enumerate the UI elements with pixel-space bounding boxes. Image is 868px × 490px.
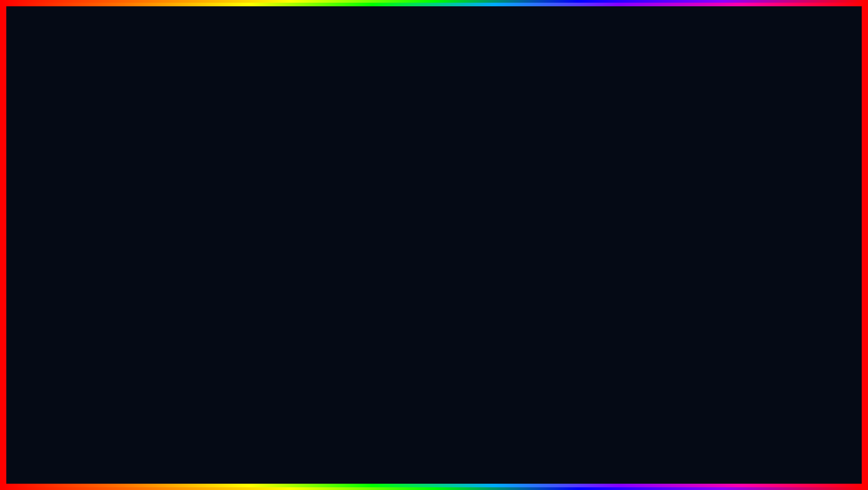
right-close-btn[interactable]: ✕ xyxy=(588,146,595,153)
update-label: UPDATE xyxy=(25,418,198,460)
content-subtitle: Click to Box to Farm, I ready update new… xyxy=(109,169,285,174)
checkbox-t-raid[interactable] xyxy=(587,189,595,197)
logo-inner: 💀 BL✦X FRUITS xyxy=(711,429,829,474)
checkbox-to-farm[interactable]: ✓ xyxy=(277,180,285,188)
checkmark-2: ✓ xyxy=(147,213,162,235)
logo-text: BL✦X FRUITS xyxy=(740,429,829,474)
update-bar: UPDATE 20 SCRIPT PASTEBIN xyxy=(25,418,628,460)
checkbox-next-island[interactable] xyxy=(587,225,595,233)
checkbox-auto-awakener[interactable]: ✓ xyxy=(587,238,595,246)
checkbox-buy-chips-select[interactable]: ⊙ xyxy=(587,176,595,184)
update-number: 20 xyxy=(202,418,250,460)
logo-blox-text: BL✦X xyxy=(740,429,829,451)
checkbox-auto-farm-bf[interactable] xyxy=(277,216,285,224)
left-window-controls: — ✕ xyxy=(268,146,285,153)
farm-mastery-text: FARM MASTERY BONE RAID & MORE xyxy=(353,131,519,252)
sidebar-label-welcome: Welcome xyxy=(65,162,85,167)
checkmark-1: ✓ xyxy=(147,186,162,208)
sidebar-dot-general xyxy=(58,174,62,178)
main-container: BLOX FRUITS MOBILE ANDROID ✓ ✓ FARM MAST… xyxy=(0,0,868,490)
left-window-title: Full Hub V2 xyxy=(58,146,90,153)
sidebar-dot-welcome xyxy=(58,162,62,167)
blox-fruits-logo: 💀 BL✦X FRUITS xyxy=(711,429,829,474)
sidebar-item-general[interactable]: General xyxy=(53,171,104,181)
checkbox-started-mastery[interactable] xyxy=(277,203,285,211)
mobile-android-text: MOBILE ANDROID xyxy=(54,192,201,254)
checkbox-killaura[interactable]: ✓ xyxy=(587,212,595,220)
skull-icon: 💀 xyxy=(711,439,738,464)
update-script-label: SCRIPT xyxy=(254,418,411,460)
checkbox-buy-chip[interactable]: ⊙ xyxy=(587,163,595,171)
sidebar-label-general: General xyxy=(65,174,83,179)
row-to-farm-label: to Farm xyxy=(109,181,128,187)
right-window-controls: — ✕ xyxy=(578,146,595,153)
energy-beam xyxy=(93,366,775,420)
left-titlebar: Full Hub V2 — ✕ xyxy=(53,143,290,156)
row-to-farm: to Farm ✓ xyxy=(109,178,285,191)
mobile-label: MOBILE xyxy=(54,192,201,223)
sidebar-item-welcome[interactable]: Welcome xyxy=(53,160,104,169)
left-close-btn[interactable]: ✕ xyxy=(278,146,285,153)
checkbox-auto-farm-gun[interactable] xyxy=(277,229,285,237)
content-main-title: Main Farm xyxy=(109,160,285,168)
right-minimize-btn[interactable]: — xyxy=(578,146,586,153)
update-pastebin-label: PASTEBIN xyxy=(416,418,628,460)
left-minimize-btn[interactable]: — xyxy=(268,146,275,153)
logo-fruits-text: FRUITS xyxy=(740,451,829,474)
main-title: BLOX FRUITS xyxy=(3,12,865,88)
android-label: ANDROID xyxy=(54,223,201,254)
